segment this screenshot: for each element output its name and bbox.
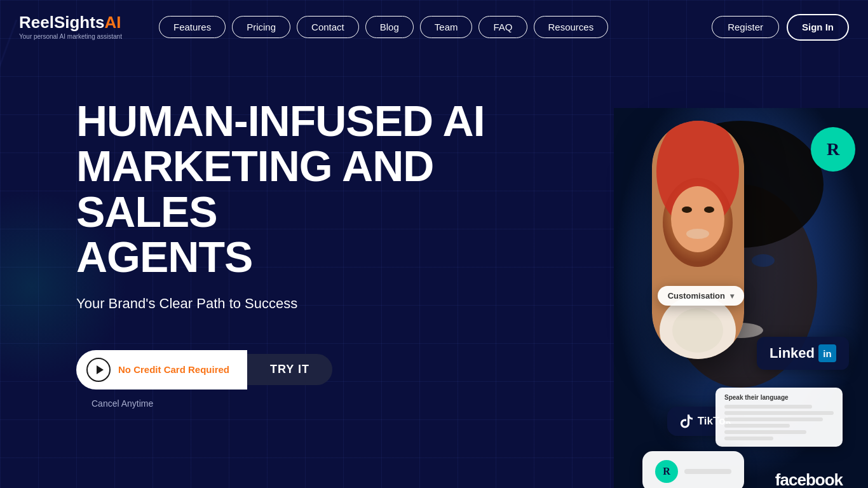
- navbar: ReelSightsAI Your personal AI marketing …: [0, 0, 868, 54]
- floating-reelsights: R: [642, 451, 744, 488]
- play-icon: [86, 358, 111, 382]
- rs-bar: [684, 469, 731, 474]
- nav-pricing[interactable]: Pricing: [232, 16, 290, 38]
- hero-title-line1: HUMAN-INFUSED AI: [76, 97, 485, 145]
- signin-button[interactable]: Sign In: [787, 14, 849, 41]
- hero-title-line3: AGENTS: [76, 233, 252, 281]
- hero-title: HUMAN-INFUSED AI MARKETING AND SALES AGE…: [76, 98, 559, 280]
- hero-cta: No Credit Card Required TRY IT: [76, 350, 817, 390]
- linkedin-in-badge: in: [818, 344, 836, 362]
- nav-features[interactable]: Features: [159, 16, 226, 38]
- hero-content: HUMAN-INFUSED AI MARKETING AND SALES AGE…: [76, 79, 817, 409]
- logo[interactable]: ReelSightsAI Your personal AI marketing …: [19, 14, 133, 40]
- hero-title-line2: MARKETING AND SALES: [76, 142, 433, 235]
- nav-resources[interactable]: Resources: [534, 16, 609, 38]
- nav-actions: Register Sign In: [712, 14, 849, 41]
- card-line-2: [724, 411, 834, 415]
- tiktok-icon: [680, 414, 693, 428]
- cta-nocreditcard-button[interactable]: No Credit Card Required: [76, 350, 247, 390]
- card-line-4: [724, 424, 790, 428]
- tiktok-label: TikTok: [698, 415, 731, 428]
- card-line-3: [724, 417, 823, 421]
- nav-blog[interactable]: Blog: [365, 16, 414, 38]
- card-content-lines: [724, 405, 834, 440]
- hero-section: HUMAN-INFUSED AI MARKETING AND SALES AGE…: [0, 54, 868, 488]
- nav-links: Features Pricing Contact Blog Team FAQ R…: [159, 16, 712, 38]
- cancel-text: Cancel Anytime: [92, 398, 817, 409]
- logo-reel: Reel: [19, 13, 54, 32]
- rs-icon: R: [655, 460, 678, 483]
- logo-text: ReelSightsAI: [19, 14, 133, 30]
- floating-facebook: facebook: [775, 470, 843, 488]
- try-it-button[interactable]: TRY IT: [247, 354, 332, 385]
- nav-faq[interactable]: FAQ: [478, 16, 527, 38]
- floating-logo: R: [811, 127, 855, 172]
- card-line-6: [724, 437, 773, 440]
- logo-ai: AI: [104, 13, 121, 32]
- cta-text: No Credit Card Required: [118, 364, 229, 375]
- card-line-5: [724, 430, 806, 434]
- hero-subtitle: Your Brand's Clear Path to Success: [76, 295, 817, 312]
- logo-tagline: Your personal AI marketing assistant: [19, 33, 133, 40]
- nav-team[interactable]: Team: [420, 16, 473, 38]
- floating-tiktok: TikTok: [667, 407, 744, 436]
- nav-contact[interactable]: Contact: [297, 16, 359, 38]
- svg-marker-0: [97, 365, 104, 374]
- register-button[interactable]: Register: [712, 16, 779, 38]
- logo-sights: Sights: [54, 13, 104, 32]
